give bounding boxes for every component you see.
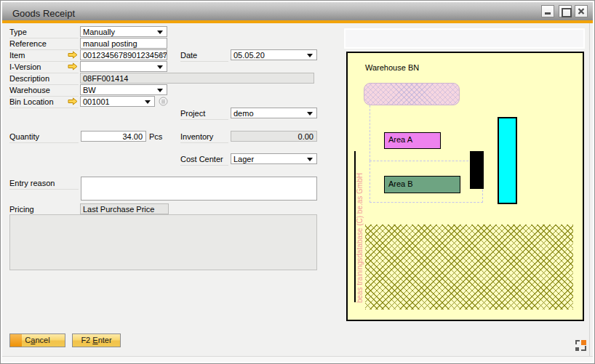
zone-dashed-connector xyxy=(370,105,371,161)
quantity-input[interactable]: 34.00 xyxy=(81,131,146,142)
maximize-button[interactable] xyxy=(559,5,572,17)
type-label: Type xyxy=(9,27,79,39)
frame-line xyxy=(589,23,590,356)
title-bar: Goods Receipt xyxy=(2,2,593,20)
bin-location-select[interactable]: 001001 xyxy=(80,96,155,107)
cancel-button-stripe xyxy=(10,334,22,347)
date-select[interactable]: 05.05.20 xyxy=(231,49,317,60)
i-version-link-arrow-icon[interactable] xyxy=(68,62,78,70)
warehouse-rack-cyan[interactable] xyxy=(498,117,517,204)
i-version-select[interactable] xyxy=(80,61,167,72)
inventory-field: 0.00 xyxy=(231,131,317,142)
description-field: 08FF001414 xyxy=(80,73,314,84)
bin-location-list-icon[interactable] xyxy=(159,97,168,106)
right-top-box xyxy=(344,28,585,49)
item-link-arrow-icon[interactable] xyxy=(68,51,78,59)
close-button[interactable] xyxy=(575,5,588,17)
item-detail-icon[interactable] xyxy=(159,53,165,59)
warehouse-area-b[interactable]: Area B xyxy=(384,176,460,193)
entry-reason-textarea[interactable] xyxy=(81,177,317,201)
reference-label: Reference xyxy=(9,39,79,50)
status-strip xyxy=(2,357,593,362)
layout-resize-icon[interactable] xyxy=(575,339,587,352)
date-label: Date xyxy=(180,50,228,62)
window-title: Goods Receipt xyxy=(12,8,75,19)
warehouse-zone-hatched-pink[interactable] xyxy=(364,83,460,105)
cancel-button[interactable]: Cancel xyxy=(9,333,65,347)
warehouse-area-a[interactable]: Area A xyxy=(384,132,441,149)
warehouse-map-title: Warehouse BN xyxy=(365,63,419,72)
description-label: Description xyxy=(9,73,79,85)
project-select[interactable]: demo xyxy=(231,108,317,118)
type-select[interactable]: Manually xyxy=(80,26,167,37)
entry-reason-label: Entry reason xyxy=(9,178,79,190)
bin-location-link-arrow-icon[interactable] xyxy=(68,97,78,105)
pricing-field: Last Purchase Price xyxy=(80,203,169,214)
warehouse-block-black xyxy=(470,151,484,189)
details-panel xyxy=(9,214,317,270)
project-label: Project xyxy=(180,108,228,120)
quantity-unit: Pcs xyxy=(149,132,162,141)
reference-input[interactable]: manual posting xyxy=(80,38,167,49)
warehouse-label: Warehouse xyxy=(9,85,79,97)
minimize-button[interactable] xyxy=(541,5,554,17)
maximize-icon xyxy=(562,8,572,17)
quantity-label: Quantity xyxy=(9,132,79,143)
cost-center-label: Cost Center xyxy=(180,154,228,166)
watermark-text: beas trainingsdatabase (C) be.as GmbH xyxy=(356,132,364,303)
minimize-icon xyxy=(545,12,551,15)
item-input[interactable]: 001234567890123456790 xyxy=(80,49,167,60)
warehouse-zone-hatched-large[interactable] xyxy=(365,225,573,310)
inventory-label: Inventory xyxy=(180,132,228,143)
f2-enter-button[interactable]: F2 Enter xyxy=(72,333,121,347)
warehouse-select[interactable]: BW xyxy=(80,84,167,95)
cost-center-select[interactable]: Lager xyxy=(231,153,317,164)
close-icon xyxy=(575,6,587,17)
